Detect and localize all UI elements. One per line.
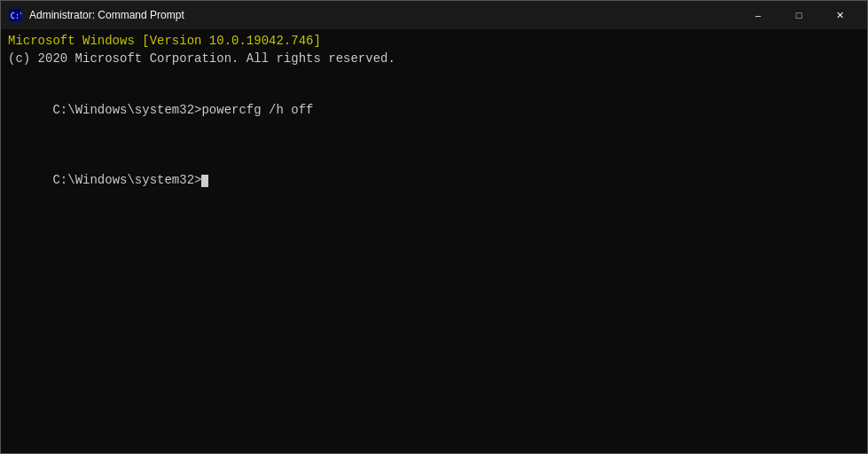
- maximize-button[interactable]: □: [778, 1, 819, 29]
- window-controls: – □ ✕: [738, 1, 860, 29]
- cmd-icon: C:\: [8, 8, 22, 22]
- output-line-5: [8, 137, 860, 155]
- output-line-1: Microsoft Windows [Version 10.0.19042.74…: [8, 33, 860, 51]
- minimize-button[interactable]: –: [738, 1, 778, 29]
- output-line-3: [8, 67, 860, 85]
- title-bar: C:\ Administrator: Command Prompt – □ ✕: [1, 1, 867, 29]
- window: C:\ Administrator: Command Prompt – □ ✕ …: [0, 0, 868, 454]
- close-button[interactable]: ✕: [819, 1, 860, 29]
- prompt-1: C:\Windows\system32>: [52, 103, 201, 117]
- output-line-2: (c) 2020 Microsoft Corporation. All righ…: [8, 51, 860, 68]
- prompt-2: C:\Windows\system32>: [52, 173, 201, 187]
- current-prompt-line: C:\Windows\system32>: [8, 154, 860, 207]
- command-line: C:\Windows\system32>powercfg /h off: [8, 85, 860, 137]
- cursor: [201, 175, 208, 187]
- svg-text:C:\: C:\: [11, 12, 21, 20]
- terminal-body[interactable]: Microsoft Windows [Version 10.0.19042.74…: [1, 29, 867, 453]
- command-text: powercfg /h off: [201, 103, 313, 117]
- window-title: Administrator: Command Prompt: [29, 9, 738, 21]
